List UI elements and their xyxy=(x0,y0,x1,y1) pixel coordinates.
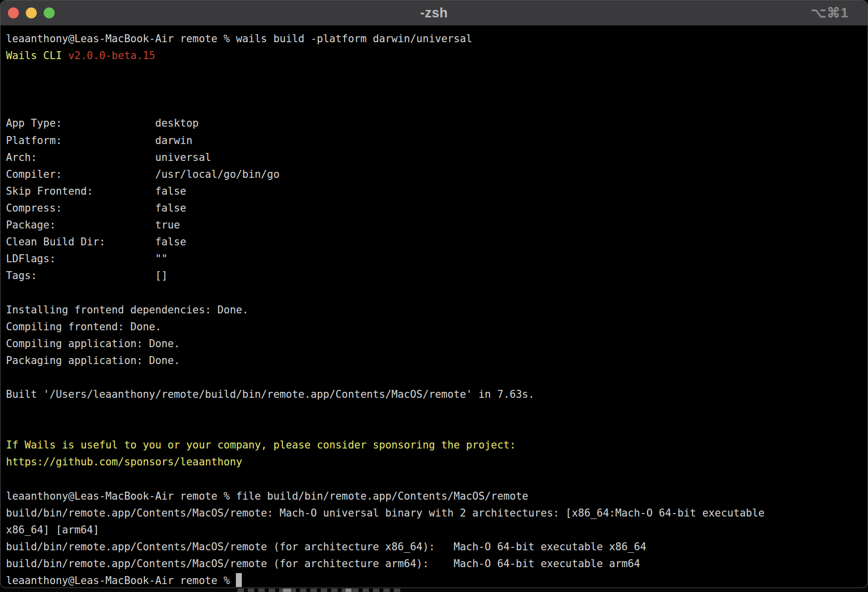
terminal-line: build/bin/remote.app/Contents/MacOS/remo… xyxy=(6,538,868,555)
terminal-line: leaanthony@Leas-MacBook-Air remote % wai… xyxy=(6,30,868,47)
background-window-fragment xyxy=(283,589,291,592)
terminal-line: Tags: [] xyxy=(6,267,868,284)
terminal-line: Installing frontend dependencies: Done. xyxy=(6,301,868,318)
terminal-line: Compiling frontend: Done. xyxy=(6,318,868,335)
background-window-fragment xyxy=(237,589,401,592)
terminal-line xyxy=(6,81,868,98)
terminal-line: leaanthony@Leas-MacBook-Air remote % fil… xyxy=(6,488,868,505)
terminal-line: Package: true xyxy=(6,217,868,233)
terminal-line: build/bin/remote.app/Contents/MacOS/remo… xyxy=(6,505,868,521)
terminal-line: If Wails is useful to you or your compan… xyxy=(6,437,868,453)
terminal-output[interactable]: leaanthony@Leas-MacBook-Air remote % wai… xyxy=(0,26,868,588)
zoom-button[interactable] xyxy=(44,7,55,18)
terminal-line: Compiler: /usr/local/go/bin/go xyxy=(6,166,868,183)
terminal-line: Wails CLI v2.0.0-beta.15 xyxy=(6,47,868,64)
titlebar[interactable]: -zsh ⌥⌘1 xyxy=(0,0,868,26)
terminal-line: Built '/Users/leaanthony/remote/build/bi… xyxy=(6,386,868,403)
terminal-line: App Type: desktop xyxy=(6,115,868,132)
terminal-line: leaanthony@Leas-MacBook-Air remote % xyxy=(6,572,868,588)
terminal-line: https://github.com/sponsors/leaanthony xyxy=(6,453,868,470)
minimize-button[interactable] xyxy=(26,7,37,18)
terminal-line: Skip Frontend: false xyxy=(6,183,868,200)
terminal-line xyxy=(6,98,868,115)
terminal-line: Platform: darwin xyxy=(6,132,868,149)
terminal-line xyxy=(6,284,868,301)
terminal-line xyxy=(6,470,868,487)
terminal-line: Arch: universal xyxy=(6,149,868,166)
background-window-fragment xyxy=(346,589,352,592)
terminal-cursor xyxy=(236,573,242,587)
traffic-lights xyxy=(8,0,55,25)
terminal-line xyxy=(6,369,868,386)
terminal-line xyxy=(6,64,868,81)
terminal-line: build/bin/remote.app/Contents/MacOS/remo… xyxy=(6,555,868,572)
window-title: -zsh xyxy=(420,5,448,21)
terminal-line: Packaging application: Done. xyxy=(6,352,868,369)
terminal-line: Compress: false xyxy=(6,200,868,217)
terminal-window: -zsh ⌥⌘1 leaanthony@Leas-MacBook-Air rem… xyxy=(0,0,868,588)
screen: -zsh ⌥⌘1 leaanthony@Leas-MacBook-Air rem… xyxy=(0,0,868,592)
terminal-line: Clean Build Dir: false xyxy=(6,233,868,250)
tab-shortcut-hint: ⌥⌘1 xyxy=(811,5,849,21)
close-button[interactable] xyxy=(8,7,19,18)
terminal-line xyxy=(6,403,868,420)
terminal-line: Compiling application: Done. xyxy=(6,335,868,352)
terminal-line xyxy=(6,420,868,437)
terminal-line: LDFlags: "" xyxy=(6,250,868,267)
terminal-line: x86_64] [arm64] xyxy=(6,521,868,538)
